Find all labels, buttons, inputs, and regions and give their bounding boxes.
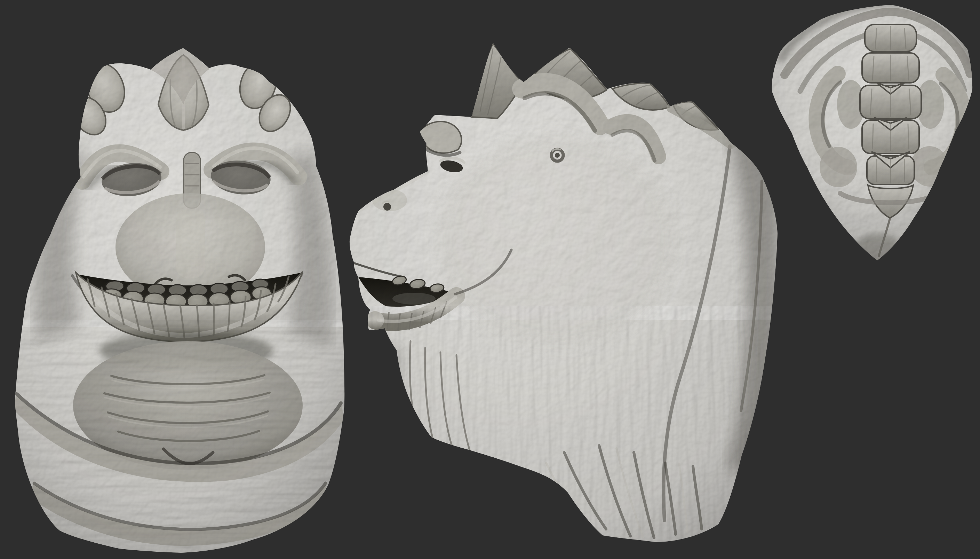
viewport-stage — [0, 0, 980, 559]
sculpt-canvas — [0, 0, 980, 559]
